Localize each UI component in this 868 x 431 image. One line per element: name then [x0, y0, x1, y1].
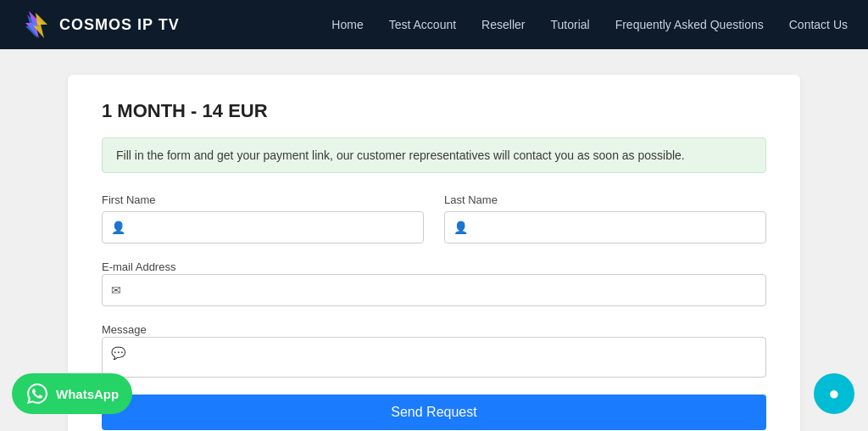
message-input-wrapper: 💬 — [102, 337, 766, 378]
email-group: E-mail Address ✉ — [102, 259, 766, 306]
whatsapp-icon — [25, 382, 49, 406]
email-input[interactable] — [128, 283, 757, 297]
nav-tutorial[interactable]: Tutorial — [550, 18, 589, 31]
email-input-wrapper: ✉ — [102, 274, 766, 306]
message-label: Message — [102, 323, 147, 336]
last-name-input-wrapper: 👤 — [444, 211, 766, 243]
first-name-input-wrapper: 👤 — [102, 211, 424, 243]
last-name-input[interactable] — [475, 221, 757, 234]
last-name-label: Last Name — [444, 193, 766, 206]
email-icon: ✉ — [111, 283, 121, 297]
card-title: 1 MONTH - 14 EUR — [102, 100, 766, 122]
nav-home[interactable]: Home — [331, 18, 363, 31]
nav-reseller[interactable]: Reseller — [481, 18, 525, 31]
nav-faq[interactable]: Frequently Asked Questions — [615, 18, 764, 31]
email-label: E-mail Address — [102, 260, 175, 273]
navbar: COSMOS IP TV Home Test Account Reseller … — [0, 0, 868, 49]
whatsapp-label: WhatsApp — [56, 387, 119, 401]
nav-test-account[interactable]: Test Account — [389, 18, 456, 31]
logo-icon — [20, 9, 51, 40]
whatsapp-svg — [27, 383, 47, 404]
nav-contact[interactable]: Contact Us — [789, 18, 848, 31]
nav-links: Home Test Account Reseller Tutorial Freq… — [331, 18, 848, 31]
order-card: 1 MONTH - 14 EUR Fill in the form and ge… — [68, 75, 800, 431]
logo: COSMOS IP TV — [20, 9, 180, 40]
info-message: Fill in the form and get your payment li… — [102, 137, 766, 173]
chat-bubble-icon: ● — [828, 383, 839, 405]
send-request-button[interactable]: Send Request — [102, 395, 766, 430]
logo-text: COSMOS IP TV — [59, 16, 180, 34]
first-name-icon: 👤 — [111, 221, 125, 234]
name-row: First Name 👤 Last Name 👤 — [102, 193, 766, 243]
last-name-icon: 👤 — [453, 221, 468, 234]
chat-bubble-button[interactable]: ● — [814, 373, 854, 414]
message-icon: 💬 — [111, 346, 125, 360]
message-input[interactable] — [132, 346, 757, 373]
first-name-input[interactable] — [132, 221, 415, 234]
message-group: Message 💬 — [102, 322, 766, 378]
last-name-group: Last Name 👤 — [444, 193, 766, 243]
whatsapp-button[interactable]: WhatsApp — [12, 373, 132, 414]
first-name-label: First Name — [102, 193, 424, 206]
first-name-group: First Name 👤 — [102, 193, 424, 243]
page-content: 1 MONTH - 14 EUR Fill in the form and ge… — [0, 49, 868, 431]
